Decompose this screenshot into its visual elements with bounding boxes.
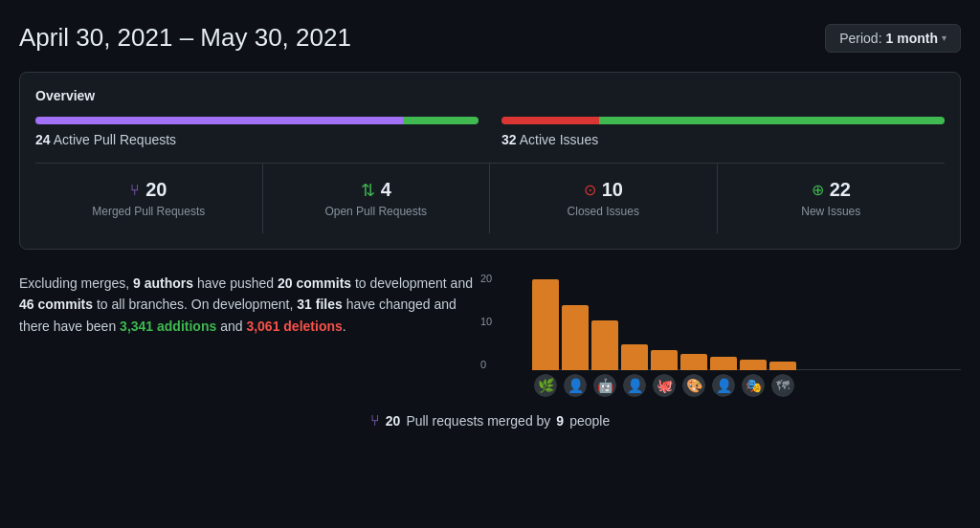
y-label-0: 0: [480, 359, 492, 370]
open-pr-icon: ⇅: [361, 180, 375, 201]
bar-chart: 🌿👤🤖👤🐙🎨👤🎭🗺: [532, 273, 961, 397]
pull-requests-section: 24 Active Pull Requests: [35, 117, 479, 147]
closed-issues-value-row: ⊙ 10: [501, 179, 705, 201]
period-value: 1 month: [886, 31, 938, 46]
chart-bar: 👤: [621, 344, 648, 370]
issues-label: 32 Active Issues: [501, 132, 945, 147]
merged-prs-number: 20: [145, 179, 167, 201]
open-prs-value-row: ⇅ 4: [275, 179, 479, 201]
metric-merged-prs: ⑂ 20 Merged Pull Requests: [35, 164, 263, 233]
pr-bar-green: [403, 117, 479, 124]
overview-title: Overview: [35, 88, 945, 103]
chart-bar: 🌿: [532, 279, 559, 370]
merged-prs-desc: Merged Pull Requests: [47, 205, 251, 218]
chart-avatar: 🐙: [653, 374, 676, 397]
chart-avatar: 🤖: [593, 374, 616, 397]
issues-section: 32 Active Issues: [501, 117, 945, 147]
page-title: April 30, 2021 – May 30, 2021: [19, 23, 351, 53]
issues-bar-green: [599, 117, 945, 124]
metric-open-prs: ⇅ 4 Open Pull Requests: [263, 164, 491, 233]
period-label: Period:: [839, 31, 881, 46]
chart-bar: 👤: [710, 357, 737, 370]
chart-wrapper: 20 10 0 🌿👤🤖👤🐙🎨👤🎭🗺: [505, 273, 961, 397]
new-issue-icon: ⊕: [812, 181, 824, 199]
pr-label: 24 Active Pull Requests: [35, 132, 479, 147]
new-issues-value-row: ⊕ 22: [729, 179, 934, 201]
pr-bar-track: [35, 117, 479, 124]
pr-bar-purple: [35, 117, 403, 124]
chart-bar: 🐙: [651, 350, 678, 370]
metric-closed-issues: ⊙ 10 Closed Issues: [490, 164, 718, 233]
new-issues-desc: New Issues: [729, 205, 934, 218]
chart-y-labels: 20 10 0: [480, 273, 492, 370]
new-issues-number: 22: [830, 179, 851, 201]
metric-new-issues: ⊕ 22 New Issues: [718, 164, 946, 233]
commit-summary: Excluding merges, 9 authors have pushed …: [19, 273, 475, 337]
chart-bar: 🗺: [769, 362, 796, 371]
chart-bar: 🎨: [680, 354, 707, 370]
issues-bar-track: [501, 117, 945, 124]
chart-bar: 👤: [562, 305, 589, 370]
chart-avatar: 🎨: [682, 374, 705, 397]
chart-bar: 🎭: [740, 360, 767, 370]
chart-avatar: 🌿: [534, 374, 557, 397]
closed-issues-desc: Closed Issues: [501, 205, 705, 218]
metrics-grid: ⑂ 20 Merged Pull Requests ⇅ 4 Open Pull …: [35, 163, 945, 233]
merged-prs-value-row: ⑂ 20: [47, 179, 251, 201]
period-selector[interactable]: Period: 1 month ▾: [825, 24, 961, 53]
closed-issues-number: 10: [602, 179, 623, 201]
merge-icon: ⑂: [130, 182, 140, 199]
footer-text1: Pull requests merged by: [406, 413, 550, 429]
footer-row: ⑂ 20 Pull requests merged by 9 people: [19, 412, 961, 429]
y-label-20: 20: [480, 273, 492, 284]
open-prs-desc: Open Pull Requests: [275, 205, 479, 218]
issues-bar-red: [501, 117, 599, 124]
closed-issue-icon: ⊙: [584, 181, 596, 199]
chart-avatar: 👤: [712, 374, 735, 397]
chart-avatar: 🎭: [742, 374, 765, 397]
chart-avatar: 👤: [623, 374, 646, 397]
stats-bars-row: 24 Active Pull Requests 32 Active Issues: [35, 117, 945, 147]
footer-text2: people: [569, 413, 610, 429]
chart-avatar: 👤: [564, 374, 587, 397]
chevron-down-icon: ▾: [942, 33, 947, 43]
open-prs-number: 4: [381, 179, 391, 201]
y-label-10: 10: [480, 316, 492, 327]
footer-merge-icon: ⑂: [370, 412, 380, 429]
chart-avatar: 🗺: [771, 374, 794, 397]
footer-people-count: 9: [556, 413, 564, 429]
overview-card: Overview 24 Active Pull Requests: [19, 72, 961, 250]
bottom-section: Excluding merges, 9 authors have pushed …: [19, 273, 961, 397]
chart-area: 20 10 0 🌿👤🤖👤🐙🎨👤🎭🗺: [505, 273, 961, 397]
chart-bar: 🤖: [591, 320, 618, 370]
footer-merged-count: 20: [386, 413, 401, 429]
